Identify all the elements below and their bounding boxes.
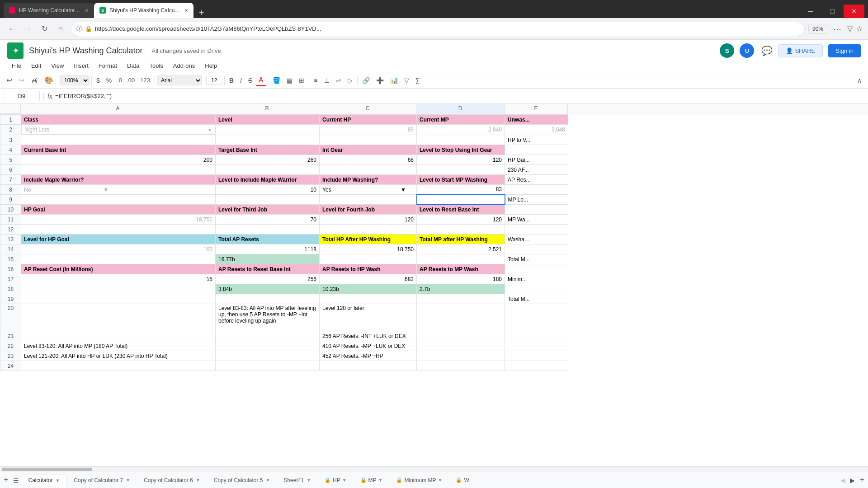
zoom-level[interactable]: 90% — [808, 24, 827, 34]
cell-B22[interactable] — [216, 341, 320, 351]
tab-minmp-dropdown[interactable]: ▼ — [438, 478, 443, 483]
cell-B17[interactable]: 256 — [216, 274, 320, 284]
tab-sheet41-dropdown[interactable]: ▼ — [307, 478, 311, 483]
percent-button[interactable]: % — [104, 75, 114, 86]
cell-D2[interactable]: 2,840 — [417, 125, 505, 135]
cell-D18[interactable]: 2.7b — [417, 284, 505, 294]
format-button[interactable]: 123 — [137, 75, 153, 85]
cell-A15[interactable] — [21, 254, 216, 264]
tab-copy5-dropdown[interactable]: ▼ — [265, 478, 270, 483]
cell-C18[interactable]: 10.23b — [320, 284, 417, 294]
cell-D19[interactable] — [417, 294, 505, 304]
cell-E17[interactable]: Minim... — [505, 274, 568, 284]
cell-E3[interactable]: HP to V... — [505, 135, 568, 145]
col-header-B[interactable]: B — [215, 104, 319, 114]
filter-button[interactable]: ▽ — [401, 75, 412, 86]
align-middle-button[interactable]: ⊥ — [321, 75, 332, 86]
cell-B14[interactable]: 1118 — [216, 244, 320, 254]
cell-E22[interactable] — [505, 341, 568, 351]
cell-E24[interactable] — [505, 361, 568, 371]
italic-button[interactable]: I — [237, 75, 245, 86]
cell-B9[interactable] — [216, 195, 320, 205]
cell-D20[interactable] — [417, 304, 505, 331]
tab-calculator[interactable]: Calculator ▼ — [22, 474, 67, 486]
tab-active[interactable]: S Shiyui's HP Washing Calculator... × — [94, 3, 193, 18]
tab-next-button[interactable]: ▶ — [848, 476, 857, 485]
cell-A18[interactable] — [21, 284, 216, 294]
formula-button[interactable]: ∑ — [413, 75, 423, 86]
avatar-2[interactable]: U — [740, 43, 754, 58]
scrollbar-thumb-h[interactable] — [2, 468, 92, 471]
cell-E7[interactable]: AP Res... — [505, 175, 568, 185]
cell-B10[interactable]: Level for Third Job — [216, 205, 320, 215]
cell-A21[interactable] — [21, 331, 216, 341]
cell-E11[interactable]: MP Wa... — [505, 215, 568, 225]
sheet-list-button[interactable]: ☰ — [11, 477, 21, 484]
cell-reference-box[interactable] — [4, 91, 40, 101]
cell-A22[interactable]: Level 83-120: All AP into MP (180 AP Tot… — [21, 341, 216, 351]
share-button[interactable]: 👤 SHARE — [778, 44, 823, 57]
decimal-inc-button[interactable]: .00 — [125, 75, 137, 85]
undo-button[interactable]: ↩ — [4, 74, 15, 86]
formula-content[interactable]: =IFERROR($K$22,"") — [55, 93, 864, 99]
cell-E2[interactable]: 3,648 — [505, 125, 568, 135]
cell-C19[interactable] — [320, 294, 417, 304]
new-tab-button[interactable]: + — [196, 8, 207, 18]
cell-E6[interactable]: 230 AF... — [505, 165, 568, 175]
avatar-1[interactable]: S — [720, 43, 734, 58]
cell-E23[interactable] — [505, 351, 568, 361]
cell-C20[interactable]: Level 120 or later: — [320, 304, 417, 331]
tab-copy7[interactable]: Copy of Calculator 7 ▼ — [67, 474, 137, 486]
cell-D15[interactable] — [417, 254, 505, 264]
align-left-button[interactable]: ≡ — [311, 75, 320, 86]
cell-D11[interactable]: 120 — [417, 215, 505, 225]
cell-A3[interactable] — [21, 135, 216, 145]
cell-C5[interactable]: 68 — [320, 155, 417, 165]
menu-help[interactable]: Help — [200, 61, 222, 71]
tab-copy6[interactable]: Copy of Calculator 6 ▼ — [137, 474, 207, 486]
cell-B13[interactable]: Total AP Resets — [216, 235, 320, 244]
menu-edit[interactable]: Edit — [27, 61, 46, 71]
cell-A12[interactable] — [21, 225, 216, 235]
align-wrap-button[interactable]: ⇌ — [333, 75, 344, 86]
cell-D1[interactable]: Current MP — [417, 115, 505, 125]
paint-format-button[interactable]: 🎨 — [42, 74, 56, 86]
cell-D24[interactable] — [417, 361, 505, 371]
horizontal-scrollbar[interactable] — [0, 466, 868, 472]
cell-C15[interactable] — [320, 254, 417, 264]
cell-B21[interactable] — [216, 331, 320, 341]
menu-data[interactable]: Data — [123, 61, 144, 71]
cell-C16[interactable]: AP Resets to HP Wash — [320, 264, 417, 274]
cell-A20[interactable] — [21, 304, 216, 331]
cell-A8[interactable]: No ▼ — [21, 185, 216, 195]
cell-E12[interactable] — [505, 225, 568, 235]
cell-C12[interactable] — [320, 225, 417, 235]
strikethrough-button[interactable]: S — [245, 75, 255, 86]
cell-C17[interactable]: 682 — [320, 274, 417, 284]
cell-C24[interactable] — [320, 361, 417, 371]
cell-E18[interactable] — [505, 284, 568, 294]
cell-A9[interactable] — [21, 195, 216, 205]
menu-tools[interactable]: Tools — [145, 61, 167, 71]
cell-A19[interactable] — [21, 294, 216, 304]
cell-B23[interactable] — [216, 351, 320, 361]
cell-D14[interactable]: 2,521 — [417, 244, 505, 254]
cell-C21[interactable]: 256 AP Resets: -INT +LUK or DEX — [320, 331, 417, 341]
tab-mp-dropdown[interactable]: ▼ — [378, 478, 383, 483]
cell-C6[interactable] — [320, 165, 417, 175]
cell-D12[interactable] — [417, 225, 505, 235]
cell-C1[interactable]: Current HP — [320, 115, 417, 125]
cell-D9[interactable] — [417, 195, 505, 205]
cell-C22[interactable]: 410 AP Resets: -MP +LUK or DEX — [320, 341, 417, 351]
cell-D17[interactable]: 180 — [417, 274, 505, 284]
tab-hp[interactable]: 🔒 HP ▼ — [318, 474, 353, 486]
maximize-button[interactable]: □ — [822, 5, 843, 18]
cell-B5[interactable]: 260 — [216, 155, 320, 165]
menu-addons[interactable]: Add-ons — [169, 61, 199, 71]
tab-calculator-dropdown[interactable]: ▼ — [56, 478, 60, 483]
decimal-dec-button[interactable]: .0 — [115, 75, 124, 85]
cell-A23[interactable]: Level 121-200: All AP into HP or LUK (23… — [21, 351, 216, 361]
chart-button[interactable]: 📊 — [387, 75, 401, 86]
cell-A4[interactable]: Current Base Int — [21, 145, 216, 155]
back-button[interactable]: ← — [5, 23, 18, 35]
